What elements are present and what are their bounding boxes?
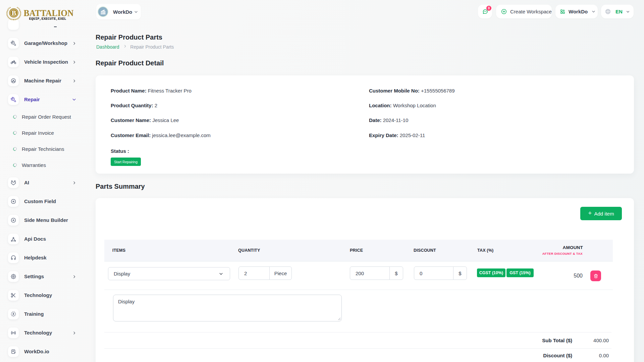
svg-text:B: B (12, 9, 16, 17)
svg-text:BATTALION: BATTALION (24, 8, 74, 18)
svg-text:EQUIP,EXECUTE,EXEL: EQUIP,EXECUTE,EXEL (29, 17, 66, 21)
